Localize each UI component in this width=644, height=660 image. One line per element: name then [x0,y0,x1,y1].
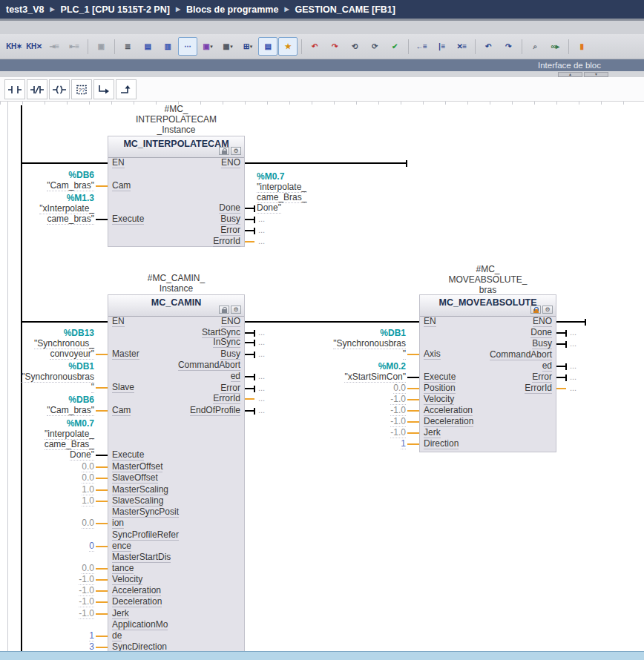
pin-SyncProfileRefer[interactable]: SyncProfileRefer [112,529,179,540]
splitter-up-button[interactable]: ▲ [558,72,582,77]
mc-interpolatecam-title-bar[interactable]: MC_INTERPOLATECAM⚙ [108,136,244,158]
consistency-check-icon[interactable]: ✔ [385,37,404,56]
pin-Jerk[interactable]: Jerk [112,608,129,618]
paste-icon[interactable]: ▣ [91,37,111,56]
close-all-networks-icon[interactable]: ✕≡ [452,37,471,56]
operand[interactable]: "Cam_bras" [0,180,94,191]
pin-tance[interactable]: tance [112,563,134,573]
operand[interactable]: came_bras" [0,214,94,224]
pin-CommandAbort[interactable]: CommandAbort [419,349,552,360]
pin-de[interactable]: de [112,630,122,641]
unassigned-output[interactable]: ... [258,350,265,358]
insert-empty-box-icon[interactable]: ▦▾ [218,37,237,56]
pin-Busy[interactable]: Busy [419,338,552,349]
operand[interactable]: 0 [0,541,94,551]
operand[interactable]: came_Bras_ [0,439,94,449]
pin-MasterScaling[interactable]: MasterScaling [112,484,168,495]
insert-row-icon[interactable]: ⇥≡ [45,37,64,56]
operand[interactable]: "Synchronous_ [0,338,94,349]
operand[interactable]: "interpolate_ [0,429,94,439]
operand[interactable]: %DB13 [0,328,94,338]
pin-ence[interactable]: ence [112,541,131,551]
block-settings-icon[interactable]: ⚙ [231,306,241,314]
operand[interactable]: 3 [0,641,94,651]
pin-ApplicationMo[interactable]: ApplicationMo [112,619,168,630]
block-settings-icon[interactable]: ⚙ [231,147,241,155]
operand[interactable]: 1 [0,630,94,641]
pin-Acceleration[interactable]: Acceleration [424,405,473,415]
operand[interactable]: -1.0 [308,405,406,415]
pin-ENO[interactable]: ENO [419,316,552,326]
pin-Acceleration[interactable]: Acceleration [112,585,161,595]
operand[interactable]: -1.0 [308,394,406,404]
pin-Busy[interactable]: Busy [108,349,240,359]
operand[interactable]: "Synchronousbras [308,338,406,349]
delete-row-icon[interactable]: ⇤≡ [65,37,84,56]
operand[interactable]: %M0.2 [308,361,406,372]
output-operand[interactable]: "interpolate_ [257,182,306,192]
operand[interactable]: 1.0 [0,495,94,506]
lock-icon[interactable] [219,147,229,155]
jump-forward-icon[interactable]: ↷ [499,37,518,56]
unassigned-output[interactable]: ... [258,329,265,337]
unassigned-output[interactable]: ... [258,338,265,346]
pin-MasterSyncPosit[interactable]: MasterSyncPosit [112,506,179,517]
normally-open-contact-icon[interactable] [4,79,25,99]
operand[interactable]: 0.0 [308,383,406,393]
lock-icon[interactable] [530,306,541,314]
breadcrumb-item[interactable]: Blocs de programme [186,4,278,15]
operand[interactable]: convoyeur" [0,349,94,359]
pin-ENO[interactable]: ENO [108,157,240,168]
operand[interactable]: -1.0 [0,574,94,584]
open-branch-icon[interactable] [93,79,114,99]
pin-ed[interactable]: ed [108,371,240,381]
breadcrumb-item[interactable]: GESTION_CAME [FB1] [295,4,395,15]
operand[interactable]: %DB6 [0,170,94,180]
insert-branch-box-icon[interactable]: ⊞▾ [238,37,257,56]
open-all-networks-icon[interactable]: ∣≡ [432,37,451,56]
output-operand[interactable]: Done" [257,202,281,213]
unassigned-output[interactable]: ... [258,372,265,380]
network-comment-toggle-icon[interactable]: ▥ [158,37,177,56]
pin-InSync[interactable]: InSync [108,337,240,347]
pin-Direction[interactable]: Direction [424,438,459,449]
insert-box-icon[interactable]: ▣▾ [198,37,217,56]
network-title-toggle-icon[interactable]: ▤ [138,37,157,56]
ladder-canvas[interactable]: #MC_INTERPOLATECAM_InstanceMC_INTERPOLAT… [0,102,644,651]
lock-icon[interactable] [219,306,229,314]
mc-moveabsolute-title-bar[interactable]: MC_MOVEABSOLUTE⚙ [420,295,556,317]
operand[interactable]: -1.0 [308,416,406,426]
pin-CommandAbort[interactable]: CommandAbort [108,360,240,370]
absolute-operands-icon[interactable]: ≣ [118,37,137,56]
empty-box-icon[interactable]: ?? [71,79,92,99]
insert-network-icon[interactable]: KH✶ [4,37,24,56]
mc-moveabsolute-instance-label[interactable]: #MC_MOVEABSOLUTE_bras [397,264,579,295]
pin-ErrorId[interactable]: ErrorId [419,383,552,393]
unassigned-output[interactable]: ... [570,362,576,370]
unassigned-output[interactable]: ... [258,237,265,245]
splitter-down-button[interactable]: ▼ [584,72,608,77]
operand[interactable]: -1.0 [0,608,94,618]
coil-icon[interactable] [49,79,70,99]
operand[interactable]: 1.0 [0,484,94,495]
pin-Deceleration[interactable]: Deceleration [424,416,473,426]
next-error-icon[interactable]: ↷ [325,37,344,56]
pin-MasterStartDis[interactable]: MasterStartDis [112,552,171,562]
pin-Velocity[interactable]: Velocity [112,574,142,584]
unassigned-output[interactable]: ... [570,340,576,348]
operand[interactable]: Done" [0,449,94,460]
pin-Error[interactable]: Error [108,225,240,235]
operand[interactable]: %M1.3 [0,193,94,203]
update-block-call-icon[interactable]: ⟲ [345,37,364,56]
operand[interactable]: -1.0 [0,596,94,607]
normally-closed-contact-icon[interactable] [27,79,47,99]
operand[interactable]: -1.0 [308,427,406,438]
pin-Jerk[interactable]: Jerk [424,427,441,438]
mc-interpolatecam-instance-label[interactable]: #MC_INTERPOLATECAM_Instance [85,104,267,135]
pin-Done[interactable]: Done [108,202,240,213]
unassigned-output[interactable]: ... [258,384,265,392]
block-settings-icon[interactable]: ⚙ [542,306,553,314]
operand[interactable]: %DB6 [0,395,94,405]
jump-back-icon[interactable]: ↶ [479,37,498,56]
operand[interactable]: -1.0 [0,585,94,595]
